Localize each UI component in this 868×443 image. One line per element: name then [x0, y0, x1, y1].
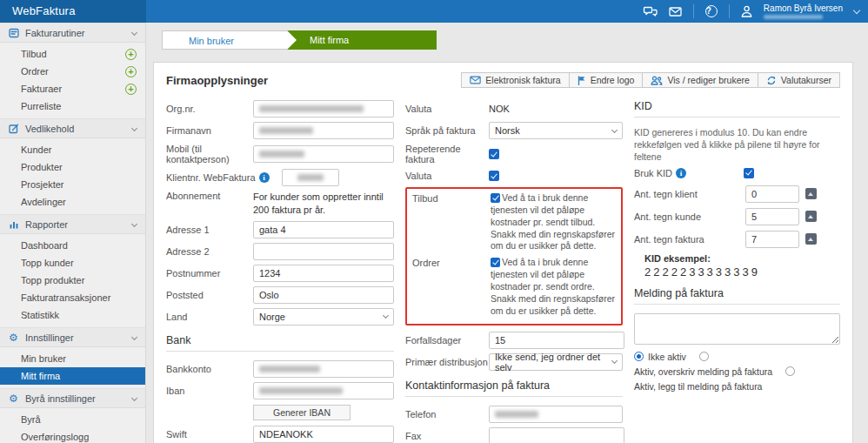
- topbar-divider: [729, 4, 730, 18]
- sidebar-section-fakturarutiner[interactable]: Fakturarutiner: [0, 23, 145, 43]
- sidebar-item-purreliste[interactable]: Purreliste: [0, 97, 145, 115]
- field-label: Fax: [405, 431, 489, 441]
- plus-circle-icon[interactable]: [125, 66, 137, 77]
- aktiv-overskriv-radio[interactable]: [699, 352, 709, 361]
- aktiv-legg-til-radio[interactable]: [785, 366, 795, 376]
- sidebar-item-avdelinger[interactable]: Avdelinger: [0, 193, 145, 211]
- distribusjon-select[interactable]: Ikke send, jeg ordner det selv: [489, 353, 623, 371]
- app-logo[interactable]: WebFaktura: [0, 0, 146, 23]
- info-icon[interactable]: [259, 172, 270, 183]
- chart-icon: [8, 218, 19, 230]
- sidebar-section-byra-innstillinger[interactable]: Byrå innstillinger: [0, 388, 145, 408]
- info-icon[interactable]: [676, 168, 686, 178]
- button-label: Elektronisk faktura: [485, 75, 560, 85]
- note-text: Ved å ta i bruk denne tjenesten vil det …: [491, 257, 615, 315]
- poststed-input[interactable]: [253, 286, 394, 304]
- tilbud-checkbox[interactable]: [491, 193, 500, 203]
- user-menu[interactable]: Ramon Byrå Iversen: [764, 4, 843, 19]
- sidebar-item-dashboard[interactable]: Dashboard: [0, 237, 145, 254]
- endre-logo-button[interactable]: Endre logo: [569, 72, 644, 88]
- up-arrow-button[interactable]: [805, 233, 817, 245]
- bank-section-header: Bank: [166, 334, 394, 352]
- klientnr-input[interactable]: [282, 169, 339, 186]
- tab-mitt-firma[interactable]: Mitt firma: [287, 30, 437, 50]
- form-row-iban: Iban: [166, 382, 394, 399]
- kid-column: KID KID genereres i modulus 10. Du kan e…: [634, 100, 840, 443]
- postnummer-input[interactable]: [253, 265, 394, 282]
- user-name: Ramon Byrå Iversen: [764, 4, 843, 13]
- ant-tegn-kunde-input[interactable]: [745, 208, 799, 225]
- sidebar-item-fakturatransaksjoner[interactable]: Fakturatransaksjoner: [0, 289, 145, 306]
- field-label: Valuta: [405, 104, 489, 114]
- sidebar-item-label: Byrå: [21, 414, 41, 425]
- swift-input[interactable]: [253, 426, 394, 443]
- mobil-input[interactable]: [253, 145, 394, 163]
- field-label: Ant. tegn kunde: [634, 211, 745, 222]
- telefon-input[interactable]: [489, 406, 623, 423]
- bruk-kid-checkbox[interactable]: [744, 168, 754, 178]
- sidebar-item-prosjekter[interactable]: Prosjekter: [0, 176, 145, 193]
- user-icon[interactable]: [741, 5, 752, 17]
- sidebar-item-tilbud[interactable]: Tilbud: [0, 45, 145, 63]
- sidebar-item-topp-kunder[interactable]: Topp kunder: [0, 254, 145, 272]
- forfallsdager-input[interactable]: [489, 332, 624, 349]
- sidebar-item-mitt-firma[interactable]: Mitt firma: [0, 367, 145, 385]
- elektronisk-faktura-button[interactable]: Elektronisk faktura: [461, 72, 569, 88]
- mail-icon[interactable]: [669, 7, 682, 17]
- chevron-down-icon[interactable]: [853, 6, 860, 13]
- field-label: Land: [166, 312, 253, 322]
- up-arrow-button[interactable]: [805, 211, 817, 222]
- form-row-telefon: Telefon: [405, 406, 623, 423]
- ikke-aktiv-radio[interactable]: [634, 352, 644, 361]
- adresse2-input[interactable]: [253, 243, 394, 260]
- sidebar-item-ordrer[interactable]: Ordrer: [0, 63, 145, 80]
- sidebar-item-kunder[interactable]: Kunder: [0, 141, 145, 158]
- plus-circle-icon[interactable]: [125, 49, 137, 60]
- sidebar-section-vedlikehold[interactable]: Vedlikehold: [0, 118, 145, 138]
- sidebar-item-topp-produkter[interactable]: Topp produkter: [0, 272, 145, 289]
- sidebar-items-group: Tilbud Ordrer Fakturaer Purreliste: [0, 43, 145, 118]
- page-title: Firmaopplysninger: [166, 74, 268, 87]
- ant-tegn-klient-input[interactable]: [745, 185, 799, 203]
- help-icon[interactable]: [705, 5, 718, 17]
- tab-min-bruker[interactable]: Min bruker: [162, 30, 287, 50]
- sidebar-section-rapporter[interactable]: Rapporter: [0, 214, 145, 234]
- form-row-orgnr: Org.nr.: [166, 100, 394, 117]
- valuta-checkbox[interactable]: [489, 171, 499, 181]
- sidebar-item-byra[interactable]: Byrå: [0, 411, 145, 428]
- plus-circle-icon[interactable]: [125, 84, 137, 95]
- valutakurser-button[interactable]: Valutakurser: [758, 72, 840, 88]
- melding-textarea[interactable]: [634, 313, 840, 345]
- up-arrow-button[interactable]: [805, 188, 817, 199]
- form-row-swift: Swift: [166, 426, 394, 443]
- firmanavn-input[interactable]: [253, 122, 394, 139]
- field-label: Klientnr. WebFaktura: [166, 172, 256, 183]
- bankkonto-input[interactable]: [253, 360, 394, 378]
- sidebar-item-produkter[interactable]: Produkter: [0, 158, 145, 176]
- sidebar-item-overforingslogg[interactable]: Overføringslogg: [0, 428, 145, 443]
- sprak-select[interactable]: Norsk: [489, 122, 623, 139]
- sidebar-item-statistikk[interactable]: Statistikk: [0, 306, 145, 324]
- chat-icon[interactable]: [643, 6, 658, 17]
- generer-iban-button[interactable]: Generer IBAN: [253, 405, 351, 420]
- ordrer-checkbox[interactable]: [491, 258, 500, 267]
- sidebar-item-min-bruker[interactable]: Min bruker: [0, 350, 145, 367]
- button-label: Valutakurser: [781, 75, 831, 85]
- form-row-bruk-kid: Bruk KID: [634, 168, 840, 178]
- card-header: Firmaopplysninger Elektronisk faktura En…: [166, 72, 840, 88]
- form-row-fax: Fax: [405, 427, 623, 443]
- redacted-value: [259, 127, 313, 134]
- ant-tegn-faktura-input[interactable]: [745, 231, 799, 248]
- fax-input[interactable]: [489, 427, 624, 443]
- vis-rediger-brukere-button[interactable]: Vis / rediger brukere: [642, 72, 758, 88]
- land-select[interactable]: Norge: [253, 308, 394, 326]
- sidebar-item-label: Topp kunder: [21, 258, 74, 268]
- adresse1-input[interactable]: [253, 221, 394, 238]
- iban-input[interactable]: [253, 382, 394, 399]
- sidebar-item-label: Avdelinger: [21, 197, 66, 207]
- repeterende-checkbox[interactable]: [489, 149, 499, 159]
- sidebar-items-group: Kunder Produkter Prosjekter Avdelinger: [0, 138, 145, 214]
- orgnr-input[interactable]: [253, 100, 394, 117]
- sidebar-section-innstillinger[interactable]: Innstillinger: [0, 327, 145, 347]
- sidebar-item-fakturaer[interactable]: Fakturaer: [0, 80, 145, 97]
